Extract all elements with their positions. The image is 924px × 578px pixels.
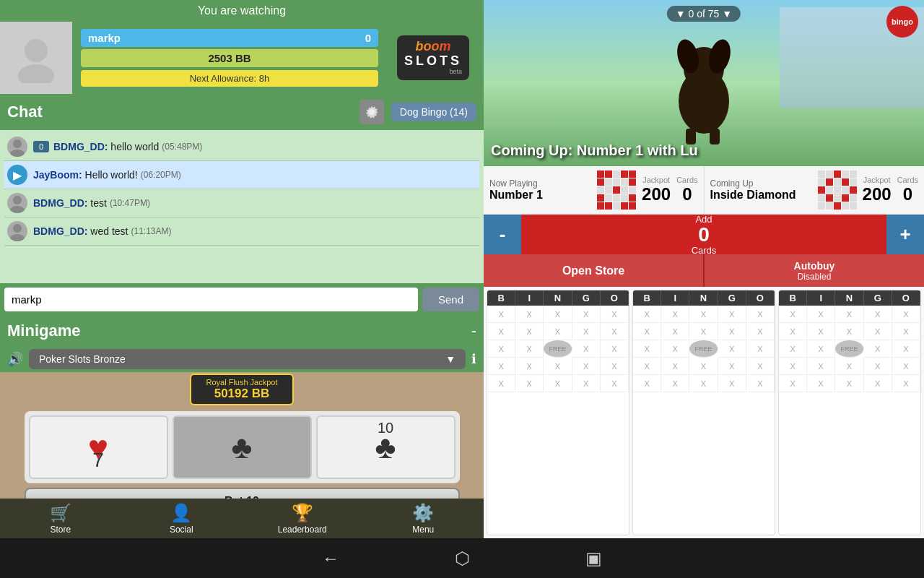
card-1-header: B I N G O	[487, 290, 629, 306]
jackpot-label-coming: Jackpot	[863, 176, 891, 184]
col-b-1: B	[487, 290, 515, 306]
nav-menu[interactable]: ⚙️ Menu	[363, 499, 484, 538]
autobuy-sub-label: Disabled	[798, 272, 832, 282]
avatar-1	[7, 137, 27, 157]
cards-label-now: Cards	[676, 176, 697, 184]
now-playing-label: Now Playing	[489, 178, 591, 189]
back-button[interactable]: ←	[322, 548, 339, 569]
reel-2: ♣	[173, 415, 312, 479]
col-o-3: O	[892, 290, 920, 306]
now-playing-name: Number 1	[489, 189, 591, 202]
recents-button[interactable]: ▣	[585, 548, 602, 569]
jackpot-val-now: 200	[642, 184, 671, 204]
coming-up-jackpot: Jackpot 200	[863, 176, 892, 204]
coming-up-pattern	[818, 171, 857, 210]
send-button[interactable]: Send	[422, 288, 479, 311]
msg-text-1: hello world	[110, 141, 159, 152]
social-icon: 👤	[170, 503, 192, 523]
bingo-logo-text: bingo	[892, 17, 913, 26]
slots-text: SLOTS	[404, 54, 462, 69]
avatar-box	[0, 22, 72, 94]
game-title-text: Coming Up: Number 1 with Lu	[491, 142, 698, 158]
msg-time-3: (10:47PM)	[110, 198, 150, 208]
avatar-icon	[11, 33, 61, 83]
chat-room-btn[interactable]: Dog Bingo (14)	[391, 103, 476, 121]
open-store-btn[interactable]: Open Store	[484, 254, 703, 287]
msg-time-2: (06:20PM)	[141, 170, 181, 180]
autobuy-btn[interactable]: Autobuy Disabled	[703, 254, 924, 287]
col-o-1: O	[601, 290, 629, 306]
svg-point-3	[13, 139, 22, 148]
svg-point-4	[10, 150, 25, 157]
plus-button[interactable]: +	[886, 215, 924, 254]
card-3-body: XXXXX XXXXX XXFREEXX XXXXX XXXXX	[779, 306, 920, 392]
chat-input-row: Send	[0, 283, 484, 316]
reel-1: ♥ 7	[29, 415, 168, 479]
bingo-card-1: B I N G O XXXXX XXXXX XXFREEXX XXXXX XXX…	[487, 290, 629, 535]
add-cards-area: - Add 0 Cards + Open Store Autobuy Disab…	[484, 215, 924, 287]
store-icon: 🛒	[50, 503, 71, 523]
chat-message-2: ▶ JayBoom: Hello world! (06:20PM)	[4, 161, 479, 189]
svg-point-7	[13, 224, 22, 233]
username: markp	[88, 32, 121, 44]
nav-leaderboard[interactable]: 🏆 Leaderboard	[242, 499, 363, 538]
minigame-collapse-btn[interactable]: -	[471, 322, 476, 340]
col-i-3: I	[807, 290, 835, 306]
col-i-1: I	[515, 290, 544, 306]
bingo-logo-left: boom SLOTS beta	[383, 22, 484, 94]
beta-badge: beta	[449, 69, 462, 76]
card-2-body: XXXXX XXXXX XXFREEXX XXXXX XXXXX	[633, 306, 775, 392]
cards-label-coming: Cards	[897, 176, 918, 184]
chat-messages: 0 BDMG_DD: hello world (05:48PM) ▶ JayBo…	[0, 130, 484, 283]
reel-3: ♣ 10	[316, 415, 456, 479]
msg-sender-2: JayBoom:	[33, 169, 82, 181]
sound-icon[interactable]: 🔊	[7, 351, 23, 367]
android-nav-bar: ← ⬡ ▣	[0, 538, 924, 578]
header-row: markp 0 2503 BB Next Allowance: 8h boom …	[0, 22, 484, 94]
minus-button[interactable]: -	[484, 215, 521, 254]
left-panel: You are watching markp 0 2503 BB Next Al…	[0, 0, 484, 538]
msg-time-1: (05:48PM)	[162, 142, 202, 152]
gear-icon	[364, 104, 380, 120]
coming-up-section: Coming Up Inside Diamond Jackpot 200 Car…	[705, 166, 925, 214]
nav-store[interactable]: 🛒 Store	[0, 499, 121, 538]
svg-point-6	[10, 206, 25, 213]
chat-message-4: BDMG_DD: wed test (11:13AM)	[4, 217, 479, 246]
svg-point-8	[10, 234, 25, 241]
chat-settings-icon[interactable]	[359, 100, 384, 124]
nav-social-label: Social	[170, 525, 193, 535]
reels-row: ♥ 7 ♣ ♣ 10	[25, 411, 460, 483]
info-icon[interactable]: ℹ	[471, 351, 476, 367]
boom-text: boom	[415, 40, 450, 54]
allowance-text: Next Allowance: 8h	[190, 73, 270, 84]
coming-up-label: Coming Up	[710, 178, 812, 189]
jackpot-display: Royal Flush Jackpot 50192 BB	[190, 374, 293, 405]
chat-input[interactable]	[4, 288, 418, 311]
avatar-4	[7, 221, 27, 241]
avatar-2: ▶	[7, 165, 27, 185]
now-playing-info: Now Playing Number 1	[489, 178, 591, 202]
card-1-body: XXXXX XXXXX XXFREEXX XXXXX XXXXX	[487, 306, 629, 392]
autobuy-label: Autobuy	[794, 260, 835, 272]
svg-point-0	[25, 39, 48, 62]
leaderboard-icon: 🏆	[292, 503, 313, 523]
now-playing-cards: Cards 0	[676, 176, 697, 204]
msg-time-4: (11:13AM)	[131, 226, 171, 236]
action-row: - Add 0 Cards + Open Store Autobuy Disab…	[484, 215, 924, 287]
now-playing-jackpot: Jackpot 200	[642, 176, 671, 204]
add-count: 0	[698, 225, 710, 245]
coming-up-cards: Cards 0	[897, 176, 918, 204]
menu-icon: ⚙️	[412, 503, 434, 523]
game-selector[interactable]: Poker Slots Bronze ▼	[29, 349, 466, 369]
col-i-2: I	[661, 290, 689, 306]
nav-store-label: Store	[50, 525, 71, 535]
home-button[interactable]: ⬡	[455, 548, 470, 569]
jackpot-val-coming: 200	[863, 184, 892, 204]
chat-message-3: BDMG_DD: test (10:47PM)	[4, 189, 479, 217]
col-o-2: O	[746, 290, 775, 306]
minigame-title: Minigame	[7, 322, 471, 340]
bingo-cards-area: B I N G O XXXXX XXXXX XXFREEXX XXXXX XXX…	[484, 287, 924, 538]
coming-up-info: Coming Up Inside Diamond	[710, 178, 812, 202]
col-g-3: G	[864, 290, 892, 306]
nav-social[interactable]: 👤 Social	[121, 499, 243, 538]
